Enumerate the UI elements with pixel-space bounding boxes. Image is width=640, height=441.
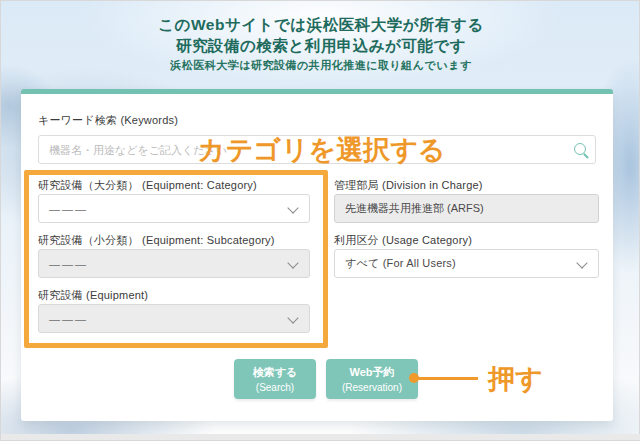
- annotation-press-text: 押す: [488, 361, 543, 397]
- reserve-button-label-en: (Reservation): [326, 382, 418, 393]
- hero-title-line2: 研究設備の検索と利用申込みが可能です: [1, 35, 640, 56]
- hero-title-line1: このWebサイトでは浜松医科大学が所有する: [1, 14, 640, 35]
- web-reservation-button[interactable]: Web予約 (Reservation): [326, 359, 418, 399]
- chevron-down-icon: [287, 312, 298, 323]
- search-button-label-jp: 検索する: [234, 365, 316, 380]
- division-readonly-field: 先進機器共用推進部 (ARFS): [334, 194, 599, 223]
- division-value: 先進機器共用推進部 (ARFS): [345, 201, 484, 216]
- search-icon[interactable]: [574, 143, 586, 155]
- equipment-label: 研究設備 (Equipment): [38, 288, 148, 303]
- usage-select[interactable]: すべて (For All Users): [334, 249, 599, 278]
- reserve-button-label-jp: Web予約: [326, 365, 418, 380]
- chevron-down-icon: [576, 257, 587, 268]
- search-button-label-en: (Search): [234, 382, 316, 393]
- chevron-down-icon: [287, 202, 298, 213]
- subcategory-label: 研究設備（小分類） (Equipment: Subcategory): [38, 233, 275, 248]
- hero-subtitle: 浜松医科大学は研究設備の共用化推進に取り組んでいます: [1, 58, 640, 73]
- page-background: このWebサイトでは浜松医科大学が所有する 研究設備の検索と利用申込みが可能です…: [0, 0, 640, 441]
- category-select-value: ———: [49, 203, 88, 215]
- annotation-arrow-line: [416, 377, 478, 380]
- annotation-select-category-text: カテゴリを選択する: [198, 132, 445, 168]
- chevron-down-icon: [287, 257, 298, 268]
- equipment-select[interactable]: ———: [38, 304, 310, 333]
- hero-title: このWebサイトでは浜松医科大学が所有する 研究設備の検索と利用申込みが可能です: [1, 14, 640, 56]
- category-label: 研究設備（大分類） (Equipment: Category): [38, 178, 257, 193]
- keyword-label: キーワード検索 (Keywords): [38, 113, 178, 128]
- search-button[interactable]: 検索する (Search): [234, 359, 316, 399]
- page-bottom-edge: [1, 434, 640, 440]
- usage-label: 利用区分 (Usage Category): [334, 233, 472, 248]
- subcategory-select[interactable]: ———: [38, 249, 310, 278]
- division-label: 管理部局 (Division in Charge): [334, 178, 483, 193]
- usage-select-value: すべて (For All Users): [345, 256, 456, 271]
- equipment-select-value: ———: [49, 313, 88, 325]
- category-select[interactable]: ———: [38, 194, 310, 223]
- subcategory-select-value: ———: [49, 258, 88, 270]
